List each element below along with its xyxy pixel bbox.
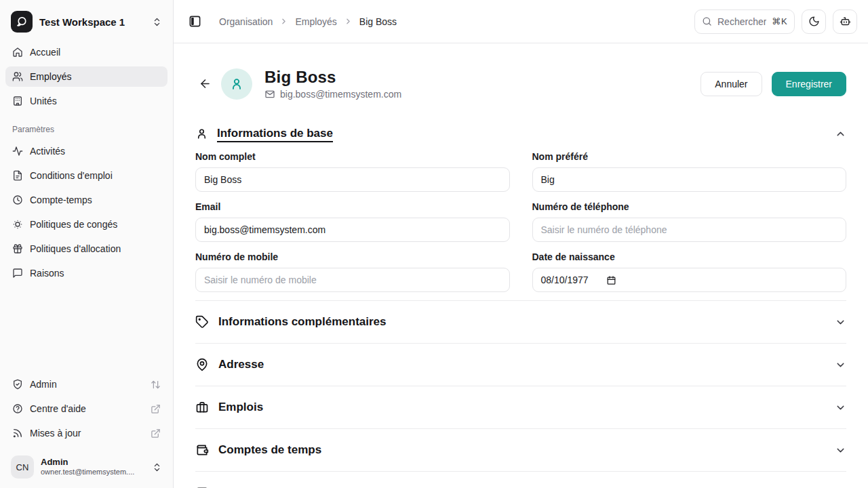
mobile-input[interactable] [195, 268, 510, 292]
breadcrumb: Organisation Employés Big Boss [219, 16, 397, 27]
sidebar-item-activites[interactable]: Activités [5, 141, 167, 161]
field-label: Numéro de mobile [195, 251, 510, 262]
basic-info-fields: Nom complet Nom préféré Email Numéro de … [195, 151, 846, 292]
breadcrumb-employes[interactable]: Employés [295, 16, 336, 27]
wallet-icon [195, 443, 209, 457]
external-link-icon [151, 404, 161, 414]
user-email: owner.test@timemsystem.... [41, 468, 134, 476]
save-button[interactable]: Enregistrer [772, 72, 846, 96]
map-pin-icon [195, 358, 209, 371]
user-menu[interactable]: CN Admin owner.test@timemsystem.... [5, 447, 167, 488]
chevron-down-icon[interactable] [835, 445, 846, 456]
chevron-down-icon[interactable] [835, 402, 846, 413]
chevron-up-icon[interactable] [835, 128, 846, 140]
collapsed-sections: Informations complémentaires Adresse Emp… [195, 300, 846, 488]
assistant-button[interactable] [833, 9, 857, 34]
clock-icon [12, 195, 23, 205]
help-circle-icon [12, 403, 23, 414]
app-root: Test Workspace 1 Accueil Employés Unités… [0, 0, 868, 488]
dark-mode-button[interactable] [802, 9, 826, 34]
section-informations-complementaires[interactable]: Informations complémentaires [195, 301, 846, 343]
cancel-button[interactable]: Annuler [701, 72, 762, 96]
section-adresse[interactable]: Adresse [195, 344, 846, 386]
profile-header: Big Boss big.boss@timemsystem.com Annule… [193, 68, 846, 100]
preferred-name-input[interactable] [532, 167, 847, 192]
users-icon [12, 71, 23, 82]
sidebar-item-label: Compte-temps [30, 195, 92, 205]
sidebar-item-politiques-conges[interactable]: Politiques de congés [5, 214, 167, 235]
sidebar-item-mises-a-jour[interactable]: Mises à jour [5, 423, 167, 443]
sidebar-item-admin[interactable]: Admin [5, 374, 167, 394]
section-basic-info-header[interactable]: Informations de base [195, 127, 846, 140]
sidebar-item-unites[interactable]: Unités [5, 91, 167, 111]
file-text-icon [12, 170, 23, 181]
sidebar-item-label: Centre d'aide [30, 403, 86, 414]
search-input[interactable] [717, 16, 766, 27]
topbar: Organisation Employés Big Boss ⌘K [174, 0, 868, 43]
section-title: Informations de base [217, 127, 333, 140]
employee-email: big.boss@timemsystem.com [280, 89, 401, 100]
sidebar-item-raisons[interactable]: Raisons [5, 263, 167, 283]
section-comptes-de-temps[interactable]: Comptes de temps [195, 429, 846, 471]
section-emplois[interactable]: Emplois [195, 386, 846, 428]
section-title: Comptes de temps [218, 443, 321, 457]
user-name: Admin [41, 458, 134, 468]
sidebar-section-label: Paramètres [5, 115, 167, 141]
home-icon [12, 47, 23, 58]
rss-icon [12, 428, 23, 439]
external-link-icon [151, 428, 161, 439]
chevron-right-icon [279, 17, 288, 26]
sidebar-item-accueil[interactable]: Accueil [5, 42, 167, 62]
sidebar-item-politiques-allocation[interactable]: Politiques d'allocation [5, 239, 167, 259]
field-label: Date de naissance [532, 251, 847, 262]
phone-input[interactable] [532, 218, 847, 242]
sidebar-item-label: Activités [30, 146, 65, 157]
workspace-logo-icon [11, 11, 33, 33]
chevron-down-icon[interactable] [835, 317, 846, 328]
workspace-switcher[interactable]: Test Workspace 1 [5, 8, 167, 42]
search-icon [702, 16, 712, 26]
sidebar-item-compte-temps[interactable]: Compte-temps [5, 190, 167, 210]
chevron-right-icon [344, 17, 353, 26]
back-button[interactable] [193, 72, 217, 96]
full-name-input[interactable] [195, 167, 510, 192]
user-icon [229, 77, 244, 92]
search-shortcut: ⌘K [772, 16, 788, 26]
briefcase-icon [195, 401, 209, 414]
calendar-icon[interactable] [606, 275, 616, 285]
section-title: Informations complémentaires [218, 315, 387, 329]
email-input[interactable] [195, 218, 510, 242]
sidebar-item-conditions-emploi[interactable]: Conditions d'emploi [5, 165, 167, 186]
chevron-down-icon[interactable] [835, 359, 846, 371]
birthdate-value: 08/10/1977 [541, 274, 589, 285]
chevrons-up-down-icon[interactable] [152, 17, 162, 27]
moon-icon [808, 16, 820, 27]
employee-avatar [221, 68, 252, 100]
sidebar-item-label: Unités [30, 96, 57, 106]
section-next-partial[interactable] [195, 472, 846, 488]
breadcrumb-organisation[interactable]: Organisation [219, 16, 273, 27]
sidebar-item-label: Conditions d'emploi [30, 170, 113, 181]
sidebar-item-label: Raisons [30, 268, 64, 279]
sidebar-item-label: Politiques d'allocation [30, 243, 121, 254]
field-label: Email [195, 201, 510, 212]
user-icon [195, 127, 208, 140]
chevrons-up-down-icon[interactable] [152, 462, 162, 472]
sun-icon [12, 219, 23, 230]
sidebar-item-label: Employés [30, 71, 71, 82]
sidebar-item-employes[interactable]: Employés [5, 66, 167, 87]
workspace-name: Test Workspace 1 [39, 16, 125, 28]
message-square-icon [12, 268, 23, 279]
activity-icon [12, 146, 23, 157]
sidebar-item-label: Accueil [30, 47, 60, 58]
sidebar-item-centre-aide[interactable]: Centre d'aide [5, 399, 167, 419]
sidebar: Test Workspace 1 Accueil Employés Unités… [0, 0, 174, 488]
birthdate-input[interactable]: 08/10/1977 [532, 268, 847, 292]
section-title: Emplois [218, 401, 263, 414]
section-title: Adresse [218, 358, 264, 371]
sidebar-toggle-button[interactable] [186, 12, 204, 30]
sidebar-footer: Admin Centre d'aide Mises à jour CN Admi… [5, 374, 167, 488]
sidebar-item-label: Politiques de congés [30, 219, 117, 230]
global-search[interactable]: ⌘K [694, 9, 795, 34]
gift-icon [12, 243, 23, 254]
